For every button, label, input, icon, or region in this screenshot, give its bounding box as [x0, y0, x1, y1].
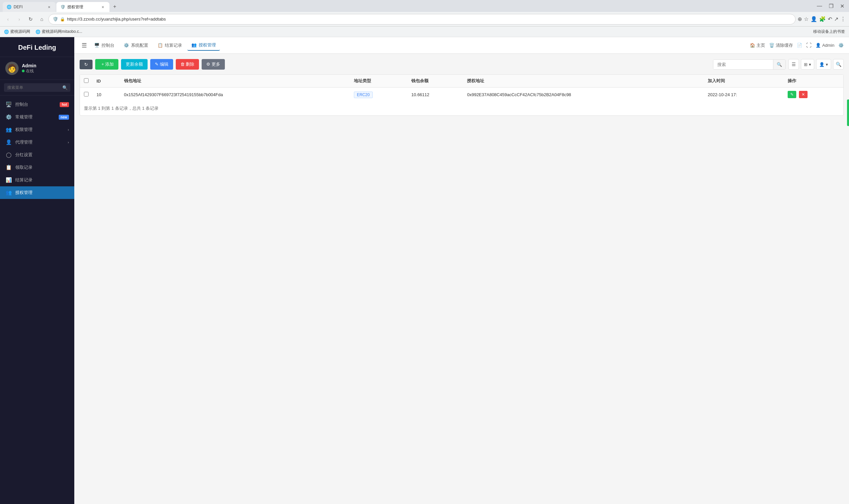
col-wallet-balance: 钱包余额: [407, 75, 463, 88]
topnav-home[interactable]: 🏠 主页: [750, 42, 765, 49]
more-label: ⚙ 更多: [206, 61, 220, 67]
topnav-dashboard-icon: 🖥️: [94, 43, 100, 48]
topnav-home-label: 主页: [757, 42, 765, 49]
dividends-icon: ◯: [5, 152, 12, 158]
new-badge: new: [59, 115, 69, 120]
bookmark-star-icon[interactable]: ☆: [804, 16, 809, 22]
sidebar-item-settlements[interactable]: 📊 结算记录: [0, 174, 74, 186]
sidebar-item-dashboard[interactable]: 🖥️ 控制台 hot: [0, 98, 74, 111]
tab-defi[interactable]: 🌐 DEFI ✕: [3, 2, 56, 12]
sidebar-item-dividends-label: 分红设置: [15, 152, 33, 158]
sidebar-search-area: 🔍: [0, 80, 74, 95]
filter-chevron-icon: ▾: [826, 62, 828, 67]
edit-button[interactable]: ✎ 编辑: [150, 59, 173, 70]
sidebar: DeFi Leding 🧑 Admin 在线 🔍 🖥️ 控制台: [0, 37, 74, 504]
home-button[interactable]: ⌂: [37, 15, 47, 24]
topnav-sysconfig[interactable]: ⚙️ 系统配置: [120, 40, 152, 50]
avatar: 🧑: [5, 62, 19, 75]
sidebar-item-permissions[interactable]: 👥 权限管理 ›: [0, 123, 74, 136]
add-button[interactable]: + 添加: [95, 59, 119, 70]
share-icon[interactable]: ↗: [834, 16, 838, 22]
topnav-auth-label: 授权管理: [199, 42, 216, 48]
profile-icon[interactable]: 👤: [811, 16, 817, 22]
sidebar-item-agents[interactable]: 👤 代理管理 ›: [0, 136, 74, 148]
row-edit-button[interactable]: ✎: [788, 91, 796, 98]
general-icon: ⚙️: [5, 114, 12, 120]
cell-wallet-address: 0x1525Af1429307F669723f725419155bb7b004F…: [120, 88, 350, 102]
back-button[interactable]: ‹: [3, 15, 13, 24]
sidebar-item-agents-label: 代理管理: [15, 139, 33, 145]
status-dot: [22, 70, 24, 72]
new-tab-button[interactable]: +: [110, 2, 120, 11]
tab-defi-label: DEFI: [14, 5, 22, 9]
row-checkbox-cell: [80, 88, 92, 102]
browser-tabs: 🌐 DEFI ✕ 🛡️ 授权管理 ✕ +: [3, 0, 120, 12]
extension2-icon[interactable]: 🧩: [819, 16, 826, 22]
window-maximize[interactable]: ❐: [827, 2, 835, 10]
tab-auth-shield-icon: 🛡️: [60, 5, 65, 9]
row-checkbox[interactable]: [84, 92, 89, 96]
topnav-doc[interactable]: 📄: [797, 43, 802, 48]
sidebar-item-general[interactable]: ⚙️ 常规管理 new: [0, 111, 74, 123]
topnav-dashboard[interactable]: 🖥️ 控制台: [90, 40, 119, 50]
topnav-authorization[interactable]: 👥 授权管理: [187, 40, 220, 51]
security-icon: 🛡️: [53, 17, 58, 21]
admin-avatar-icon: 👤: [815, 43, 821, 48]
window-minimize[interactable]: —: [815, 2, 824, 10]
table-view-button[interactable]: ☰: [788, 59, 799, 70]
sidebar-item-general-label: 常规管理: [15, 114, 33, 120]
tab-auth-close[interactable]: ✕: [100, 4, 106, 10]
forward-button[interactable]: ›: [15, 15, 24, 24]
mobile-bookmarks[interactable]: 移动设备上的书签: [813, 29, 845, 35]
search-button[interactable]: 🔍: [773, 60, 785, 69]
refresh-data-button[interactable]: ↻: [79, 60, 92, 69]
select-all-checkbox[interactable]: [84, 78, 89, 83]
advanced-search-button[interactable]: 🔍: [833, 59, 844, 70]
address-bar[interactable]: 🛡️ 🔒 https://3.zzxxb.cc/yuanzhijia.php/u…: [49, 14, 796, 24]
fullscreen-icon: ⛶: [806, 42, 812, 49]
bookmark-mitao[interactable]: 🌐 蜜桃源码网: [4, 29, 30, 35]
search-icon: 🔍: [62, 85, 68, 90]
tab-defi-close[interactable]: ✕: [47, 4, 52, 10]
browser-toolbar: ‹ › ↻ ⌂ 🛡️ 🔒 https://3.zzxxb.cc/yuanzhij…: [0, 12, 849, 26]
topnav-admin[interactable]: 👤 Admin: [815, 43, 834, 48]
more-button[interactable]: ⚙ 更多: [202, 59, 225, 70]
topnav-admin-label: Admin: [822, 43, 834, 48]
topnav-settings[interactable]: ⚙️: [838, 43, 844, 48]
extension-icon[interactable]: ⊕: [798, 16, 802, 22]
sidebar-toggle[interactable]: ☰: [79, 40, 89, 51]
sidebar-item-claims[interactable]: 📋 领取记录: [0, 161, 74, 174]
topnav-clear-label: 清除缓存: [776, 42, 793, 49]
col-address-type: 地址类型: [350, 75, 407, 88]
topnav-settlement[interactable]: 📋 结算记录: [153, 40, 186, 50]
topnav-clear-cache[interactable]: 🗑️ 清除缓存: [769, 42, 793, 49]
sidebar-item-settlements-label: 结算记录: [15, 177, 33, 183]
pagination-info: 显示第 1 到第 1 条记录，总共 1 条记录: [80, 102, 843, 115]
topnav-fullscreen[interactable]: ⛶: [806, 42, 812, 49]
filter-button[interactable]: 👤 ▾: [816, 59, 831, 70]
bookmark-mitaobo[interactable]: 🌐 蜜桃源码网mitaobo.c...: [35, 29, 82, 35]
top-nav: ☰ 🖥️ 控制台 ⚙️ 系统配置 📋 结算记录 👥 授权管理 🏠 主页: [74, 37, 849, 54]
row-delete-button[interactable]: ✕: [799, 91, 808, 98]
undo-icon[interactable]: ↶: [828, 16, 832, 22]
cell-join-time: 2022-10-24 17:: [704, 88, 784, 102]
topnav-auth-icon: 👥: [191, 42, 197, 48]
delete-button[interactable]: 🗑 删除: [176, 59, 199, 70]
scroll-accent: [847, 100, 849, 126]
update-balance-button[interactable]: 更新余额: [121, 59, 148, 70]
sidebar-logo: DeFi Leding: [0, 37, 74, 57]
url-text: https://3.zzxxb.cc/yuanzhijia.php/users?…: [67, 17, 791, 21]
tab-auth[interactable]: 🛡️ 授权管理 ✕: [56, 2, 109, 12]
sidebar-item-authorization[interactable]: 👥 授权管理: [0, 186, 74, 199]
search-input[interactable]: [4, 83, 70, 92]
grid-view-button[interactable]: ⊞ ▾: [801, 59, 814, 70]
col-join-time: 加入时间: [704, 75, 784, 88]
window-close[interactable]: ✕: [838, 2, 846, 10]
sidebar-item-dividends[interactable]: ◯ 分红设置: [0, 148, 74, 161]
search-input[interactable]: [713, 60, 773, 69]
claims-icon: 📋: [5, 164, 12, 170]
gear-icon: ⚙️: [838, 43, 844, 48]
menu-icon[interactable]: ⋮: [841, 16, 846, 22]
main-content: ☰ 🖥️ 控制台 ⚙️ 系统配置 📋 结算记录 👥 授权管理 🏠 主页: [74, 37, 849, 504]
refresh-button[interactable]: ↻: [26, 15, 35, 24]
